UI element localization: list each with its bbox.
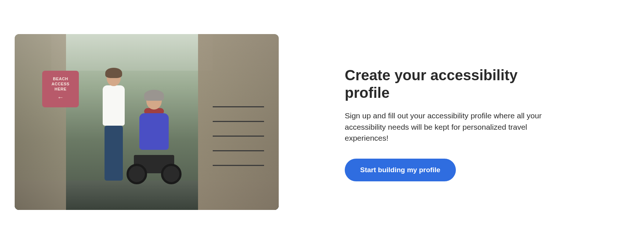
arrow-left-icon: ← (57, 93, 64, 102)
sign-text: BEACH ACCESS HERE (45, 76, 76, 92)
section-description: Sign up and fill out your accessibility … (345, 110, 550, 144)
content-panel: Create your accessibility profile Sign u… (345, 63, 550, 181)
beach-access-sign: BEACH ACCESS HERE ← (42, 71, 79, 107)
hero-image: BEACH ACCESS HERE ← (15, 34, 279, 210)
wheelchair-icon (125, 144, 183, 188)
start-profile-button[interactable]: Start building my profile (345, 159, 456, 181)
section-heading: Create your accessibility profile (345, 66, 550, 101)
hero-section: BEACH ACCESS HERE ← (0, 0, 644, 244)
photo-illustration: BEACH ACCESS HERE ← (15, 34, 279, 210)
person-wheelchair (128, 93, 180, 188)
